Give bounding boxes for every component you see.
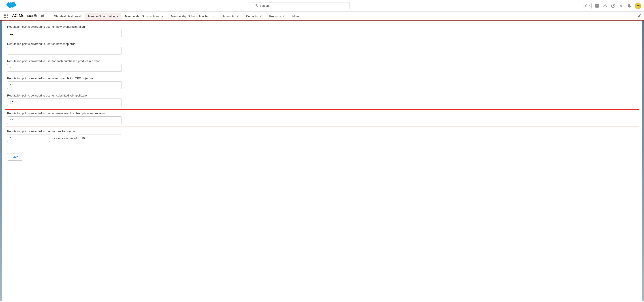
field-input[interactable] <box>7 99 122 106</box>
nav-item-label: Contacts <box>246 14 258 18</box>
nav-item-label: Products <box>269 14 280 18</box>
svg-point-4 <box>613 6 613 7</box>
divider <box>7 147 122 147</box>
field-transaction: Reputation points awarded to user for on… <box>7 130 637 142</box>
transaction-amount-input[interactable] <box>78 134 121 142</box>
field-label: Reputation points awarded to user on sub… <box>7 94 637 97</box>
nav-item-membership-subscription-ter[interactable]: Membership Subscription Ter... <box>168 12 219 20</box>
transaction-points-input[interactable] <box>7 134 50 142</box>
transaction-amount-label: for every amount of <box>52 137 77 140</box>
star-icon <box>585 4 588 7</box>
field-membership-renewal-highlighted: Reputation points awarded to user on mem… <box>5 109 639 127</box>
field-input[interactable] <box>7 81 122 89</box>
nav-item-label: Accounts <box>222 14 234 18</box>
chevron-down-icon <box>161 15 164 17</box>
field-purchased-product: Reputation points awarded to user for ea… <box>7 59 637 72</box>
nav-item-label: Standard Dashboard <box>54 14 81 18</box>
field-input[interactable] <box>7 30 122 37</box>
help-icon[interactable] <box>610 3 616 8</box>
chevron-down-icon <box>259 15 262 17</box>
chevron-down-icon <box>282 15 285 17</box>
page-wrapper: Reputation points awarded to user on new… <box>0 20 644 301</box>
avatar[interactable]: ADMIN <box>634 2 641 9</box>
field-label: Reputation points awarded to user on new… <box>7 25 637 28</box>
edit-nav-icon[interactable] <box>637 13 642 18</box>
nav-item-standard-dashboard[interactable]: Standard Dashboard <box>50 12 84 20</box>
field-cpd-objective: Reputation points awarded to user when c… <box>7 77 637 89</box>
nav-item-label: Membership Subscription Ter... <box>171 14 211 18</box>
chevron-down-icon <box>236 15 239 17</box>
nav-item-products[interactable]: Products <box>266 12 289 20</box>
field-label: Reputation points awarded to user on new… <box>7 42 637 46</box>
nav-item-label: More <box>292 14 299 18</box>
nav-bar: AC MemberSmart Standard DashboardMemberS… <box>0 12 644 20</box>
chevron-down-icon <box>301 15 304 17</box>
svg-point-0 <box>255 4 257 6</box>
nav-item-label: Membership Subscriptions <box>125 14 159 18</box>
nav-item-accounts[interactable]: Accounts <box>219 12 242 20</box>
nav-item-more[interactable]: More <box>289 12 307 20</box>
field-input[interactable] <box>7 116 122 124</box>
salesforce-logo <box>4 2 16 10</box>
nav-item-label: MemberSmart Settings <box>88 14 118 18</box>
app-launcher-icon[interactable] <box>3 13 9 19</box>
triangle-icon[interactable] <box>602 3 608 8</box>
nav-item-membership-subscriptions[interactable]: Membership Subscriptions <box>122 12 168 20</box>
app-name: AC MemberSmart <box>12 13 44 18</box>
nav-item-membersmart-settings[interactable]: MemberSmart Settings <box>84 12 122 20</box>
svg-line-1 <box>257 6 258 7</box>
field-label: Reputation points awarded to user for ea… <box>7 59 637 63</box>
plus-icon[interactable] <box>594 3 600 8</box>
field-event-registration: Reputation points awarded to user on new… <box>7 25 637 37</box>
favorites-button[interactable] <box>584 3 592 9</box>
global-header: ADMIN <box>0 0 644 12</box>
field-shop-order: Reputation points awarded to user on new… <box>7 42 637 54</box>
nav-item-contacts[interactable]: Contacts <box>242 12 266 20</box>
field-input[interactable] <box>7 64 122 72</box>
svg-point-5 <box>620 5 622 6</box>
global-search[interactable] <box>252 2 350 9</box>
field-label: Reputation points awarded to user when c… <box>7 77 637 80</box>
settings-form: Reputation points awarded to user on new… <box>2 20 642 301</box>
field-label: Reputation points awarded to user for on… <box>7 130 637 133</box>
field-label: Reputation points awarded to user on mem… <box>7 112 637 115</box>
search-input[interactable] <box>260 4 347 7</box>
save-button[interactable]: Save <box>7 153 22 160</box>
search-icon <box>255 4 258 7</box>
field-job-application: Reputation points awarded to user on sub… <box>7 94 637 106</box>
chevron-down-icon <box>588 4 590 7</box>
field-input[interactable] <box>7 47 122 54</box>
bell-icon[interactable] <box>626 3 632 8</box>
gear-icon[interactable] <box>618 3 624 8</box>
chevron-down-icon <box>212 15 215 17</box>
